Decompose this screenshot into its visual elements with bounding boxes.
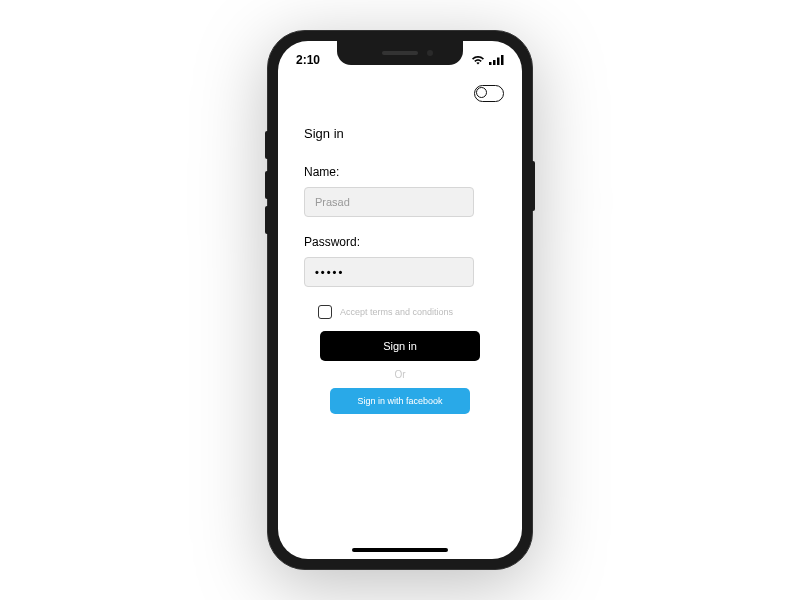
home-indicator[interactable]: [352, 548, 448, 552]
facebook-signin-button[interactable]: Sign in with facebook: [330, 388, 470, 414]
signin-form: Sign in Name: Password: Accept terms and…: [278, 102, 522, 414]
phone-frame: 2:10: [267, 30, 533, 570]
terms-checkbox[interactable]: [318, 305, 332, 319]
toggle-knob: [476, 87, 487, 98]
status-time: 2:10: [296, 53, 320, 67]
theme-toggle[interactable]: [474, 85, 504, 102]
svg-rect-2: [497, 58, 500, 66]
password-label: Password:: [304, 235, 496, 249]
phone-notch: [337, 41, 463, 65]
signin-button[interactable]: Sign in: [320, 331, 480, 361]
notch-camera: [427, 50, 433, 56]
wifi-icon: [471, 55, 485, 65]
cellular-signal-icon: [489, 55, 504, 65]
notch-speaker: [382, 51, 418, 55]
name-label: Name:: [304, 165, 496, 179]
terms-label: Accept terms and conditions: [340, 307, 453, 317]
divider-text: Or: [304, 369, 496, 380]
name-input[interactable]: [304, 187, 474, 217]
svg-rect-0: [489, 62, 492, 65]
page-title: Sign in: [304, 126, 496, 141]
svg-rect-3: [501, 55, 504, 65]
password-input[interactable]: [304, 257, 474, 287]
svg-rect-1: [493, 60, 496, 65]
phone-screen: 2:10: [278, 41, 522, 559]
